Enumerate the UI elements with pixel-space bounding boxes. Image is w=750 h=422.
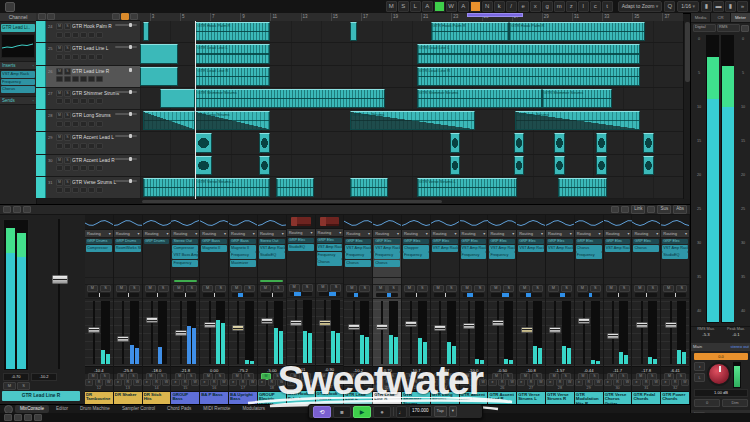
record-arm-icon[interactable] bbox=[56, 121, 63, 127]
edit-channel-icon[interactable] bbox=[72, 54, 79, 60]
setup-icon[interactable]: » bbox=[737, 1, 748, 12]
pan-control[interactable] bbox=[290, 292, 312, 296]
sends-rack[interactable] bbox=[661, 277, 689, 284]
output-routing-slot[interactable]: GRP Drums bbox=[85, 238, 113, 245]
mixer-channel-strip[interactable]: Routing▾GRP DrumsMS-18.0MSeRW14DR Stick … bbox=[143, 215, 172, 404]
selected-solo-button[interactable]: S bbox=[17, 382, 30, 390]
record-enable-icon[interactable] bbox=[434, 1, 445, 12]
fader-section[interactable] bbox=[114, 298, 142, 366]
routing-rack-header[interactable]: Routing▾ bbox=[316, 229, 344, 237]
channel-eq-thumbnail[interactable] bbox=[344, 215, 372, 230]
insert-slot[interactable]: Chorus bbox=[633, 245, 659, 252]
midi-in-activity-icon[interactable] bbox=[14, 414, 22, 421]
insert-slot[interactable]: VST Amp Rack bbox=[259, 245, 285, 252]
channel-name-label[interactable]: GTR Pedal Chords bbox=[632, 391, 660, 404]
track-volume-slider[interactable] bbox=[115, 69, 137, 71]
inspector-insert-slot[interactable]: VST Amp Rack bbox=[1, 71, 35, 78]
insert-slot[interactable]: Magneto II bbox=[230, 245, 256, 252]
channel-eq-thumbnail[interactable] bbox=[316, 215, 344, 229]
audio-event[interactable] bbox=[195, 156, 211, 175]
sends-rack[interactable] bbox=[431, 277, 459, 284]
track-row[interactable]: 29MSGTR Accent Lead L bbox=[36, 132, 140, 154]
pan-control[interactable] bbox=[376, 293, 398, 297]
audio-event[interactable] bbox=[259, 156, 270, 175]
fader-section[interactable] bbox=[575, 298, 603, 366]
insert-slot[interactable]: Chorus bbox=[317, 259, 343, 266]
insert-slot[interactable]: Frequency bbox=[317, 252, 343, 259]
right-zone-tab-cr[interactable]: CR bbox=[711, 13, 731, 22]
write-automation-icon[interactable]: W bbox=[446, 1, 457, 12]
metronome-click-icon[interactable]: ♩ bbox=[396, 406, 407, 418]
fader-cap[interactable] bbox=[348, 324, 360, 330]
audio-activity-icon[interactable] bbox=[34, 414, 42, 421]
channel-name-label[interactable]: GTR Shimmer Strums bbox=[402, 391, 430, 404]
cycle-region[interactable] bbox=[467, 13, 523, 17]
track-mute-button[interactable]: M bbox=[56, 90, 63, 97]
sends-rack[interactable] bbox=[575, 277, 603, 284]
channel-name-label[interactable]: GTR Modulation Hits R bbox=[575, 391, 603, 404]
track-row[interactable]: 31MSGTR Verse Strums L bbox=[36, 177, 140, 199]
sends-rack[interactable] bbox=[344, 277, 372, 284]
insert-slot[interactable]: VST Bass Amp bbox=[172, 252, 198, 259]
inspector-insert-slot[interactable]: Frequency bbox=[1, 79, 35, 86]
monitor-icon[interactable] bbox=[64, 32, 71, 38]
right-zone-icon[interactable]: ▮ bbox=[725, 1, 736, 12]
pan-control[interactable] bbox=[261, 293, 283, 297]
zoom-tool-icon[interactable]: z bbox=[566, 1, 577, 12]
mixer-channel-strip[interactable]: Routing▾Stereo OutVST Amp RackStudioEQMS… bbox=[258, 215, 287, 404]
fader-cap[interactable] bbox=[319, 320, 331, 326]
mixer-channel-strip[interactable]: Routing▾GRP ElecVST Amp RackMS-10.8MSeRW… bbox=[517, 215, 546, 404]
fader-cap[interactable] bbox=[88, 327, 100, 333]
audio-event[interactable] bbox=[558, 178, 607, 197]
tempo-value[interactable]: 170.000 bbox=[409, 406, 432, 417]
inspector-track-title[interactable]: GTR Lead Li.. bbox=[1, 24, 35, 32]
pan-control[interactable] bbox=[664, 293, 686, 297]
pan-control[interactable] bbox=[88, 293, 110, 297]
track-mute-button[interactable]: M bbox=[56, 112, 63, 119]
channel-eq-thumbnail[interactable] bbox=[143, 215, 171, 230]
auto-scroll-icon[interactable] bbox=[470, 1, 481, 12]
inspector-eq-display[interactable] bbox=[1, 34, 35, 58]
monitor-icon[interactable] bbox=[64, 187, 71, 193]
audio-event[interactable]: GTR Hook Palm R bbox=[509, 22, 645, 41]
fader-section[interactable] bbox=[258, 298, 286, 366]
routing-rack-header[interactable]: Routing▾ bbox=[171, 230, 199, 238]
audio-event[interactable] bbox=[596, 156, 607, 175]
fader-section[interactable] bbox=[200, 298, 228, 366]
track-volume-slider[interactable] bbox=[115, 91, 137, 93]
fader-section[interactable] bbox=[546, 298, 574, 366]
arrange-lane[interactable]: GTR Lead Line LGTR Lead Line L bbox=[140, 43, 683, 65]
lower-zone-tab-midi-remote[interactable]: MIDI Remote bbox=[198, 405, 235, 413]
insert-slot[interactable]: VST Amp Rack bbox=[518, 245, 544, 252]
mixer-channel-strip[interactable]: Routing▾GRP ElecVST Amp RackFrequencyMS-… bbox=[488, 215, 517, 404]
track-solo-button[interactable]: S bbox=[64, 134, 71, 141]
monitor-icon[interactable] bbox=[64, 165, 71, 171]
channel-eq-thumbnail[interactable] bbox=[661, 215, 689, 230]
output-routing-slot[interactable]: GRP Elec bbox=[604, 238, 632, 245]
mixer-channel-strip[interactable]: Routing▾GRP ElecChopperFrequencyMS-10.7M… bbox=[402, 215, 431, 404]
sends-rack[interactable] bbox=[488, 277, 516, 284]
edit-channel-icon[interactable] bbox=[72, 187, 79, 193]
audio-event[interactable]: GTR Shimmer Strums bbox=[417, 89, 542, 108]
write-icon[interactable] bbox=[96, 98, 103, 104]
lower-zone-tab-mixconsole[interactable]: MixConsole bbox=[15, 405, 49, 413]
insert-slot[interactable]: VST Amp Rack bbox=[461, 245, 487, 252]
audio-event[interactable] bbox=[514, 133, 525, 152]
output-routing-slot[interactable]: GRP Elec bbox=[460, 238, 488, 245]
fader-cap[interactable] bbox=[492, 320, 504, 326]
audio-event[interactable] bbox=[350, 22, 357, 41]
output-routing-slot[interactable]: Stereo Out bbox=[258, 238, 286, 245]
freeze-icon[interactable] bbox=[80, 76, 87, 82]
mixer-redo-icon[interactable] bbox=[13, 206, 21, 213]
insert-slot[interactable]: Chorus bbox=[374, 260, 400, 267]
routing-rack-header[interactable]: Routing▾ bbox=[661, 230, 689, 238]
output-routing-slot[interactable]: GRP Elec bbox=[373, 238, 401, 245]
insert-slot[interactable]: VST Amp Rack bbox=[374, 245, 400, 252]
track-row[interactable]: 24MSGTR Hook Palm R bbox=[36, 21, 140, 43]
read-icon[interactable] bbox=[88, 98, 95, 104]
insert-slot[interactable]: VST Amp Rack bbox=[662, 245, 688, 252]
channel-name-label[interactable]: DR Shaker bbox=[114, 391, 142, 404]
fader-section[interactable] bbox=[171, 298, 199, 366]
selected-fader-cap[interactable] bbox=[52, 275, 68, 284]
insert-slot[interactable]: Frequency bbox=[576, 252, 602, 259]
